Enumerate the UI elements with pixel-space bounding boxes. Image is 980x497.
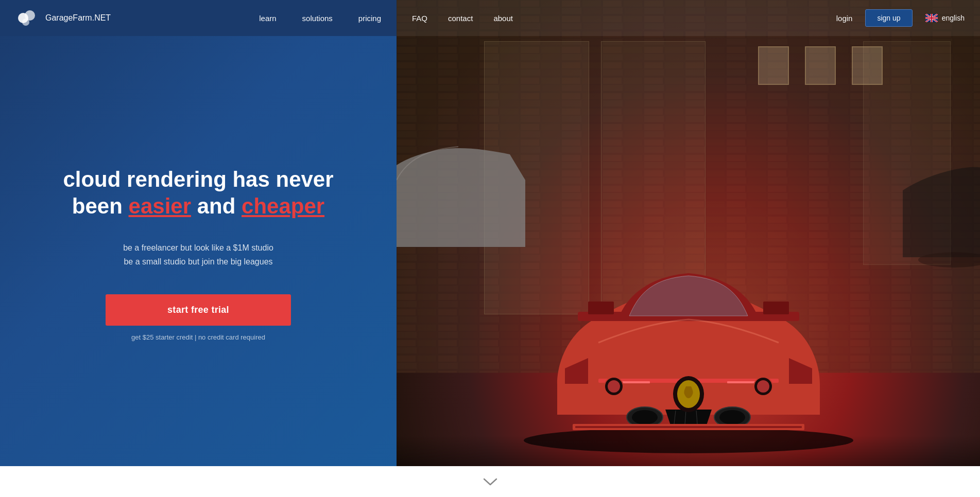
nav-pricing[interactable]: pricing <box>358 14 381 23</box>
svg-point-17 <box>719 410 745 424</box>
nav-learn[interactable]: learn <box>259 14 276 23</box>
language-label: english <box>942 14 965 22</box>
headline-highlight-easier: easier <box>129 194 191 218</box>
nav-contact[interactable]: contact <box>448 14 473 23</box>
svg-point-15 <box>632 410 658 424</box>
nav-links-left: learn solutions pricing <box>259 14 381 23</box>
svg-rect-31 <box>575 426 802 428</box>
headline-highlight-cheaper: cheaper <box>242 194 324 218</box>
wall-frame-2 <box>805 46 836 85</box>
wall-frame-1 <box>758 46 789 85</box>
nav-about[interactable]: about <box>493 14 513 23</box>
signup-button[interactable]: sign up <box>865 9 912 27</box>
svg-rect-12 <box>588 301 614 314</box>
nav-links-right: FAQ contact about <box>412 14 513 23</box>
language-selector[interactable]: english <box>925 14 965 22</box>
svg-point-29 <box>757 380 769 393</box>
start-trial-button[interactable]: start free trial <box>106 294 291 326</box>
nav-solutions[interactable]: solutions <box>302 14 333 23</box>
wall-frame-3 <box>852 46 883 85</box>
svg-point-27 <box>608 380 620 393</box>
hero-left-panel: cloud rendering has never been easier an… <box>0 0 397 497</box>
hero-right-panel: work by © ThinkLab Group <box>397 0 980 497</box>
login-link[interactable]: login <box>836 14 853 23</box>
hero-headline: cloud rendering has never been easier an… <box>63 166 333 220</box>
hero-section: cloud rendering has never been easier an… <box>0 0 980 497</box>
left-car-partial <box>397 103 525 283</box>
trial-note: get $25 starter credit | no credit card … <box>131 333 265 341</box>
right-car-partial <box>903 129 980 283</box>
svg-rect-13 <box>763 301 789 314</box>
nav-auth-area: login sign up english <box>836 9 965 27</box>
logo-icon <box>15 8 41 28</box>
logo[interactable]: GarageFarm.NET <box>15 8 111 28</box>
scroll-down-chevron[interactable] <box>483 476 498 487</box>
bottom-bar <box>0 466 980 497</box>
car-illustration <box>495 188 882 456</box>
logo-text: GarageFarm.NET <box>45 13 111 23</box>
navbar-left: GarageFarm.NET learn solutions pricing <box>0 0 397 36</box>
svg-point-2 <box>22 19 29 26</box>
cta-section: start free trial get $25 starter credit … <box>106 294 291 341</box>
uk-flag-icon <box>925 14 938 22</box>
hero-subtext: be a freelancer but look like a $1M stud… <box>123 241 273 269</box>
nav-faq[interactable]: FAQ <box>412 14 427 23</box>
navbar-right: FAQ contact about login sign up english <box>397 0 980 36</box>
